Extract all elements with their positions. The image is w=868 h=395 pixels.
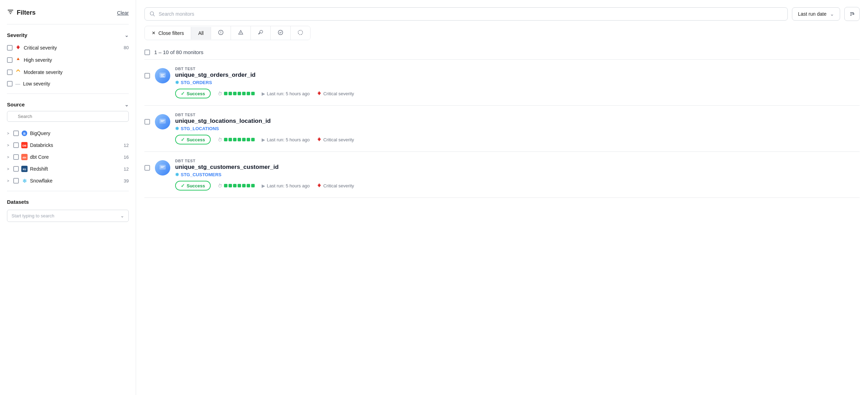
source-snowflake-checkbox[interactable] — [13, 178, 19, 184]
source-item-redshift[interactable]: > RS Redshift 12 — [7, 163, 129, 175]
severity-high-checkbox[interactable] — [7, 57, 13, 63]
monitor-2-status-label: Success — [187, 137, 205, 142]
source-dbt-checkbox[interactable] — [13, 154, 19, 160]
monitor-3-status-badge: ✓ Success — [175, 181, 211, 191]
filter-tab-all[interactable]: All — [191, 27, 211, 39]
filter-tab-wrench[interactable] — [251, 26, 271, 40]
monitor-2-type: DBT TEST — [175, 113, 860, 117]
history-bar — [233, 92, 237, 95]
expand-arrow-bigquery: > — [7, 131, 11, 135]
monitor-3-name[interactable]: unique_stg_customers_customer_id — [175, 164, 860, 171]
monitor-3-severity-label: Critical severity — [323, 183, 354, 188]
history-bar — [233, 138, 237, 141]
source-section-header[interactable]: Source ⌄ — [7, 98, 129, 111]
filter-tab-warning[interactable] — [231, 26, 251, 40]
source-search-input[interactable] — [7, 111, 129, 122]
svg-point-17 — [240, 33, 241, 34]
close-filters-tab[interactable]: ✕ Close filters — [145, 27, 191, 39]
svg-line-9 — [153, 15, 154, 16]
search-box[interactable] — [144, 7, 788, 21]
top-bar: Last run date ⌄ — [144, 7, 860, 21]
severity-filter-moderate[interactable]: Moderate severity — [7, 66, 129, 78]
monitor-1-type: DBT TEST — [175, 67, 860, 71]
severity-low-checkbox[interactable] — [7, 81, 13, 87]
filter-tab-pending[interactable] — [291, 26, 310, 40]
results-header: 1 – 10 of 80 monitors — [144, 46, 860, 60]
source-bigquery-checkbox[interactable] — [13, 131, 19, 136]
source-item-databricks[interactable]: > DB Databricks 12 — [7, 139, 129, 151]
source-item-bigquery[interactable]: > B BigQuery — [7, 127, 129, 139]
severity-moderate-checkbox[interactable] — [7, 69, 13, 75]
filter-tab-success[interactable] — [271, 26, 291, 40]
severity-critical-label: Critical severity — [24, 45, 57, 51]
monitor-1-checkbox[interactable] — [144, 73, 150, 79]
severity-label: Severity — [7, 32, 27, 38]
monitor-2-status-badge: ✓ Success — [175, 135, 211, 144]
monitor-2-severity-icon — [317, 137, 322, 143]
svg-text:dbt: dbt — [23, 156, 27, 159]
source-databricks-count: 12 — [124, 143, 129, 148]
severity-filter-critical[interactable]: Critical severity 80 — [7, 42, 129, 54]
severity-moderate-label: Moderate severity — [24, 69, 62, 75]
monitor-2-last-run-label: Last run: 5 hours ago — [267, 137, 310, 142]
sidebar: Filters Clear Severity ⌄ Critical severi… — [0, 0, 136, 395]
source-search-wrap: 🔍 — [7, 111, 129, 125]
filter-tab-all-label: All — [198, 30, 204, 36]
monitor-2-name[interactable]: unique_stg_locations_location_id — [175, 118, 860, 125]
monitor-3-source[interactable]: ❄ STG_CUSTOMERS — [175, 172, 860, 177]
source-item-dbt[interactable]: > dbt dbt Core 16 — [7, 151, 129, 163]
monitor-1-name[interactable]: unique_stg_orders_order_id — [175, 72, 860, 79]
sort-label: Last run date — [798, 11, 826, 17]
source-redshift-checkbox[interactable] — [13, 166, 19, 172]
sort-order-button[interactable] — [844, 7, 860, 21]
monitor-1-history: ⏱ — [218, 91, 255, 96]
filter-tab-critical[interactable] — [211, 26, 231, 40]
results-count: 1 – 10 of 80 monitors — [154, 49, 203, 55]
datasets-search-dropdown[interactable]: Start typing to search ⌄ — [7, 210, 129, 222]
close-filters-label: Close filters — [158, 30, 184, 36]
monitor-1-history-bars — [224, 92, 255, 95]
datasets-section-header[interactable]: Datasets — [7, 195, 129, 208]
search-icon — [150, 11, 155, 17]
source-databricks-checkbox[interactable] — [13, 142, 19, 148]
monitor-1-source[interactable]: ❄ STG_ORDERS — [175, 80, 860, 85]
history-bar — [242, 138, 246, 141]
monitor-3-checkbox[interactable] — [144, 165, 150, 171]
snowflake-icon: ❄ — [21, 177, 28, 184]
source-databricks-label: Databricks — [30, 142, 53, 148]
close-filters-x-icon: ✕ — [152, 30, 156, 36]
filter-warning-icon — [238, 30, 244, 36]
source-item-snowflake[interactable]: > ❄ Snowflake 39 — [7, 175, 129, 187]
monitor-3-icon — [155, 160, 170, 176]
svg-point-19 — [298, 30, 302, 35]
severity-filter-low[interactable]: — Low severity — [7, 78, 129, 89]
monitor-2-clock-icon: ⏱ — [218, 137, 222, 142]
select-all-checkbox[interactable] — [144, 50, 150, 55]
filter-success-icon — [278, 30, 283, 36]
source-bigquery-label: BigQuery — [30, 131, 50, 136]
source-label: Source — [7, 102, 25, 107]
sort-chevron-icon: ⌄ — [830, 11, 834, 17]
filter-wrench-icon — [258, 30, 263, 36]
severity-critical-count: 80 — [124, 45, 129, 50]
severity-critical-checkbox[interactable] — [7, 45, 13, 51]
history-bar — [251, 92, 255, 95]
search-input[interactable] — [159, 11, 783, 17]
monitor-2-source[interactable]: ❄ STG_LOCATIONS — [175, 126, 860, 131]
clear-filters-button[interactable]: Clear — [117, 10, 129, 16]
source-dbt-count: 16 — [124, 155, 129, 160]
severity-filter-high[interactable]: High severity — [7, 54, 129, 66]
monitor-2-checkbox[interactable] — [144, 119, 150, 125]
databricks-icon: DB — [21, 142, 28, 149]
sort-select[interactable]: Last run date ⌄ — [792, 7, 840, 21]
expand-arrow-redshift: > — [7, 167, 11, 171]
history-bar — [242, 92, 246, 95]
severity-section-header[interactable]: Severity ⌄ — [7, 29, 129, 42]
monitor-3-status-label: Success — [187, 183, 205, 188]
sort-order-icon — [849, 11, 855, 17]
history-bar — [247, 92, 250, 95]
monitor-3-check-icon: ✓ — [181, 183, 185, 188]
history-bar — [247, 138, 250, 141]
svg-text:DB: DB — [22, 144, 27, 147]
source-redshift-label: Redshift — [30, 166, 48, 172]
